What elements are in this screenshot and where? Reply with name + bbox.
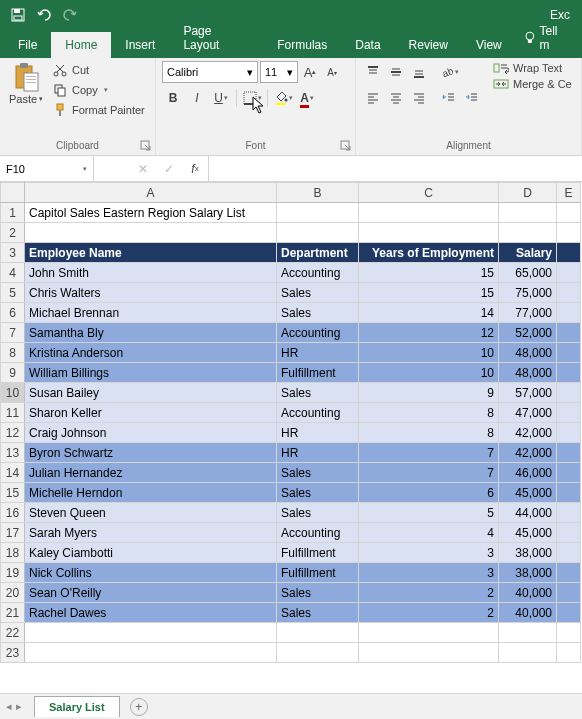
cell-B13[interactable]: HR xyxy=(277,443,359,463)
cell-A6[interactable]: Michael Brennan xyxy=(25,303,277,323)
enter-formula-button[interactable]: ✓ xyxy=(156,156,182,181)
tab-data[interactable]: Data xyxy=(341,32,394,58)
cell-E3[interactable] xyxy=(557,243,581,263)
italic-button[interactable]: I xyxy=(186,87,208,109)
cell-E16[interactable] xyxy=(557,503,581,523)
cell-D12[interactable]: 42,000 xyxy=(499,423,557,443)
cell-B8[interactable]: HR xyxy=(277,343,359,363)
row-header-10[interactable]: 10 xyxy=(1,383,25,403)
row-header-8[interactable]: 8 xyxy=(1,343,25,363)
cell-D18[interactable]: 38,000 xyxy=(499,543,557,563)
cell-E14[interactable] xyxy=(557,463,581,483)
cell-B6[interactable]: Sales xyxy=(277,303,359,323)
tab-review[interactable]: Review xyxy=(395,32,462,58)
cell-E13[interactable] xyxy=(557,443,581,463)
cell-D15[interactable]: 45,000 xyxy=(499,483,557,503)
cell-A16[interactable]: Steven Queen xyxy=(25,503,277,523)
new-sheet-button[interactable]: + xyxy=(130,698,148,716)
row-header-11[interactable]: 11 xyxy=(1,403,25,423)
row-header-13[interactable]: 13 xyxy=(1,443,25,463)
cell-A19[interactable]: Nick Collins xyxy=(25,563,277,583)
row-header-17[interactable]: 17 xyxy=(1,523,25,543)
cell-C9[interactable]: 10 xyxy=(359,363,499,383)
tab-insert[interactable]: Insert xyxy=(111,32,169,58)
cell-C8[interactable]: 10 xyxy=(359,343,499,363)
cell-A23[interactable] xyxy=(25,643,277,663)
cell-D9[interactable]: 48,000 xyxy=(499,363,557,383)
cell-E12[interactable] xyxy=(557,423,581,443)
col-header-A[interactable]: A xyxy=(25,183,277,203)
underline-button[interactable]: U▾ xyxy=(210,87,232,109)
cell-D13[interactable]: 42,000 xyxy=(499,443,557,463)
cell-B1[interactable] xyxy=(277,203,359,223)
cell-B14[interactable]: Sales xyxy=(277,463,359,483)
cell-D10[interactable]: 57,000 xyxy=(499,383,557,403)
cell-A22[interactable] xyxy=(25,623,277,643)
font-name-dropdown[interactable]: Calibri ▾ xyxy=(162,61,258,83)
cell-A11[interactable]: Sharon Keller xyxy=(25,403,277,423)
cell-A3[interactable]: Employee Name xyxy=(25,243,277,263)
cell-C14[interactable]: 7 xyxy=(359,463,499,483)
cell-D2[interactable] xyxy=(499,223,557,243)
row-header-18[interactable]: 18 xyxy=(1,543,25,563)
cell-D22[interactable] xyxy=(499,623,557,643)
cell-C19[interactable]: 3 xyxy=(359,563,499,583)
fill-color-button[interactable]: ▾ xyxy=(272,87,294,109)
orientation-button[interactable]: ab▾ xyxy=(438,61,460,83)
cell-E8[interactable] xyxy=(557,343,581,363)
cell-E9[interactable] xyxy=(557,363,581,383)
cell-A15[interactable]: Michelle Herndon xyxy=(25,483,277,503)
cell-A5[interactable]: Chris Walters xyxy=(25,283,277,303)
cell-E18[interactable] xyxy=(557,543,581,563)
cell-E7[interactable] xyxy=(557,323,581,343)
cell-C16[interactable]: 5 xyxy=(359,503,499,523)
cell-A20[interactable]: Sean O'Reilly xyxy=(25,583,277,603)
col-header-B[interactable]: B xyxy=(277,183,359,203)
cell-B12[interactable]: HR xyxy=(277,423,359,443)
paste-button[interactable]: Paste▾ xyxy=(6,61,46,119)
row-header-19[interactable]: 19 xyxy=(1,563,25,583)
name-box[interactable]: F10 ▾ xyxy=(0,156,94,181)
cell-A17[interactable]: Sarah Myers xyxy=(25,523,277,543)
cell-E15[interactable] xyxy=(557,483,581,503)
cell-C22[interactable] xyxy=(359,623,499,643)
cut-button[interactable]: Cut xyxy=(50,61,147,79)
select-all-corner[interactable] xyxy=(1,183,25,203)
cell-B2[interactable] xyxy=(277,223,359,243)
align-right-button[interactable] xyxy=(408,87,430,109)
row-header-5[interactable]: 5 xyxy=(1,283,25,303)
cell-B10[interactable]: Sales xyxy=(277,383,359,403)
tab-formulas[interactable]: Formulas xyxy=(263,32,341,58)
row-header-1[interactable]: 1 xyxy=(1,203,25,223)
cell-D17[interactable]: 45,000 xyxy=(499,523,557,543)
row-header-7[interactable]: 7 xyxy=(1,323,25,343)
cell-E17[interactable] xyxy=(557,523,581,543)
cell-C13[interactable]: 7 xyxy=(359,443,499,463)
cell-C21[interactable]: 2 xyxy=(359,603,499,623)
align-bottom-button[interactable] xyxy=(408,61,430,83)
decrease-font-button[interactable]: A▾ xyxy=(322,61,342,83)
cell-D21[interactable]: 40,000 xyxy=(499,603,557,623)
cell-B17[interactable]: Accounting xyxy=(277,523,359,543)
cell-D8[interactable]: 48,000 xyxy=(499,343,557,363)
cell-E6[interactable] xyxy=(557,303,581,323)
tab-view[interactable]: View xyxy=(462,32,516,58)
row-header-12[interactable]: 12 xyxy=(1,423,25,443)
cell-E21[interactable] xyxy=(557,603,581,623)
cell-A2[interactable] xyxy=(25,223,277,243)
cell-B15[interactable]: Sales xyxy=(277,483,359,503)
wrap-text-button[interactable]: Wrap Text xyxy=(493,61,572,75)
cell-E2[interactable] xyxy=(557,223,581,243)
cell-A18[interactable]: Kaley Ciambotti xyxy=(25,543,277,563)
cell-E20[interactable] xyxy=(557,583,581,603)
cell-E23[interactable] xyxy=(557,643,581,663)
tell-me[interactable]: Tell m xyxy=(516,18,578,58)
row-header-21[interactable]: 21 xyxy=(1,603,25,623)
row-header-3[interactable]: 3 xyxy=(1,243,25,263)
copy-button[interactable]: Copy▾ xyxy=(50,81,147,99)
row-header-4[interactable]: 4 xyxy=(1,263,25,283)
cell-D6[interactable]: 77,000 xyxy=(499,303,557,323)
bold-button[interactable]: B xyxy=(162,87,184,109)
cell-E4[interactable] xyxy=(557,263,581,283)
align-top-button[interactable] xyxy=(362,61,384,83)
